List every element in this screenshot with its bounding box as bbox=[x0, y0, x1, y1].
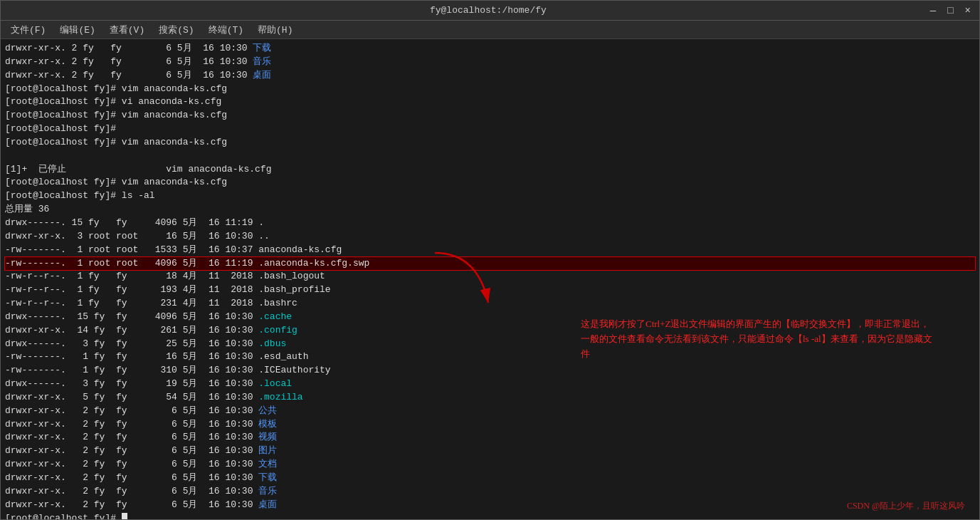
term-line-10: [root@localhost fy]# ls -al bbox=[5, 189, 975, 203]
terminal-body[interactable]: drwxr-xr-x. 2 fy fy 6 5月 16 10:30 下载 drw… bbox=[1, 39, 979, 519]
term-line-8: [root@localhost fy]# vim anaconda-ks.cfg bbox=[5, 136, 975, 150]
menu-terminal[interactable]: 终端(T) bbox=[201, 22, 251, 38]
term-line-public: drwxr-xr-x. 2 fy fy 6 5月 16 10:30 公共 bbox=[5, 405, 975, 418]
minimize-button[interactable]: — bbox=[927, 5, 939, 16]
dir-dbus: .dbus bbox=[258, 338, 286, 349]
dir-download-1: 下载 bbox=[253, 43, 271, 53]
dir-local: .local bbox=[258, 378, 292, 389]
term-line-docs: drwxr-xr-x. 2 fy fy 6 5月 16 10:30 文档 bbox=[5, 458, 975, 472]
dir-cache: .cache bbox=[258, 311, 292, 322]
term-line-4: [root@localhost fy]# vim anaconda-ks.cfg bbox=[5, 83, 975, 96]
term-line-pictures: drwxr-xr-x. 2 fy fy 6 5月 16 10:30 图片 bbox=[5, 444, 975, 458]
term-line-ice: -rw-------. 1 fy fy 310 5月 16 10:30 .ICE… bbox=[5, 364, 975, 378]
csdn-watermark: CSDN @陌上少年，且听这风吟 bbox=[847, 500, 965, 512]
term-line-blank bbox=[5, 150, 975, 163]
annotation-text: 这是我刚才按了Ctrl+Z退出文件编辑的界面产生的【临时交换文件】，即非正常退出… bbox=[581, 317, 937, 361]
term-line-music-2: drwxr-xr-x. 2 fy fy 6 5月 16 10:30 音乐 bbox=[5, 485, 975, 499]
term-line-local: drwx------. 3 fy fy 19 5月 16 10:30 .loca… bbox=[5, 378, 975, 391]
term-line-templates: drwxr-xr-x. 2 fy fy 6 5月 16 10:30 模板 bbox=[5, 418, 975, 432]
annotation-line-2: 一般的文件查看命令无法看到该文件，只能通过命令【ls -al】来查看，因为它是隐… bbox=[581, 332, 937, 362]
term-line-3: drwxr-xr-x. 2 fy fy 6 5月 16 10:30 桌面 bbox=[5, 69, 975, 83]
term-line-dotdot: drwxr-xr-x. 3 root root 16 5月 16 10:30 .… bbox=[5, 230, 975, 244]
window-controls: — □ × bbox=[927, 5, 974, 16]
term-line-mozilla: drwxr-xr-x. 5 fy fy 54 5月 16 10:30 .mozi… bbox=[5, 391, 975, 405]
dir-pictures: 图片 bbox=[258, 445, 277, 456]
annotation-line-1: 这是我刚才按了Ctrl+Z退出文件编辑的界面产生的【临时交换文件】，即非正常退出… bbox=[581, 317, 937, 332]
term-line-download-2: drwxr-xr-x. 2 fy fy 6 5月 16 10:30 下载 bbox=[5, 472, 975, 485]
term-line-2: drwxr-xr-x. 2 fy fy 6 5月 16 10:30 音乐 bbox=[5, 56, 975, 69]
dir-templates: 模板 bbox=[258, 419, 277, 430]
menu-search[interactable]: 搜索(S) bbox=[152, 22, 201, 38]
term-line-5: [root@localhost fy]# vi anaconda-ks.cfg bbox=[5, 95, 975, 109]
term-line-prompt: [root@localhost fy]# bbox=[5, 512, 975, 519]
term-line-1: drwxr-xr-x. 2 fy fy 6 5月 16 10:30 下载 bbox=[5, 42, 975, 56]
window-title: fy@localhost:/home/fy bbox=[49, 5, 927, 16]
term-line-9: [root@localhost fy]# vim anaconda-ks.cfg bbox=[5, 176, 975, 189]
menu-bar: 文件(F) 编辑(E) 查看(V) 搜索(S) 终端(T) 帮助(H) bbox=[1, 21, 979, 39]
term-line-dot: drwx------. 15 fy fy 4096 5月 16 11:19 . bbox=[5, 217, 975, 230]
dir-config: .config bbox=[258, 325, 297, 336]
menu-view[interactable]: 查看(V) bbox=[102, 22, 152, 38]
dir-public: 公共 bbox=[258, 405, 277, 416]
dir-videos: 视频 bbox=[258, 432, 277, 442]
dir-music-2: 音乐 bbox=[258, 486, 277, 496]
annotation-arrow bbox=[421, 246, 506, 317]
close-button[interactable]: × bbox=[962, 5, 974, 16]
term-line-7: [root@localhost fy]# bbox=[5, 123, 975, 136]
terminal-cursor bbox=[122, 513, 127, 519]
dir-docs: 文档 bbox=[258, 459, 277, 469]
menu-help[interactable]: 帮助(H) bbox=[251, 22, 300, 38]
dir-desktop-1: 桌面 bbox=[253, 70, 271, 80]
term-line-6: [root@localhost fy]# vim anaconda-ks.cfg bbox=[5, 109, 975, 123]
term-line-desktop-2: drwxr-xr-x. 2 fy fy 6 5月 16 10:30 桌面 bbox=[5, 499, 975, 512]
dir-music-1: 音乐 bbox=[253, 56, 271, 67]
menu-edit[interactable]: 编辑(E) bbox=[53, 22, 102, 38]
title-bar: fy@localhost:/home/fy — □ × bbox=[1, 1, 979, 21]
dir-download-2: 下载 bbox=[258, 472, 277, 483]
maximize-button[interactable]: □ bbox=[944, 5, 956, 16]
dir-mozilla: .mozilla bbox=[258, 392, 302, 402]
menu-file[interactable]: 文件(F) bbox=[4, 22, 53, 38]
term-line-stopped: [1]+ 已停止 vim anaconda-ks.cfg bbox=[5, 163, 975, 177]
term-line-total: 总用量 36 bbox=[5, 203, 975, 217]
term-line-videos: drwxr-xr-x. 2 fy fy 6 5月 16 10:30 视频 bbox=[5, 431, 975, 444]
dir-desktop-2: 桌面 bbox=[258, 499, 277, 510]
terminal-window: fy@localhost:/home/fy — □ × 文件(F) 编辑(E) … bbox=[0, 0, 980, 520]
